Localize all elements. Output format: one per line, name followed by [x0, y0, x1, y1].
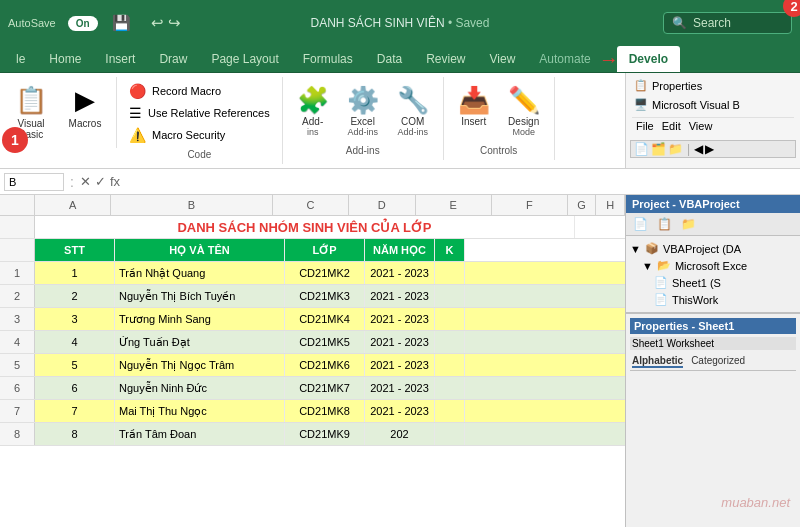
cell-4-year[interactable]: 2021 - 2023 — [365, 331, 435, 353]
col-header-e[interactable]: E — [416, 195, 492, 215]
controls-content: 📥 Insert ✏️ Design Mode — [452, 81, 546, 141]
cancel-formula-icon[interactable]: ✕ — [80, 174, 91, 189]
rp-icon-3[interactable]: 📁 — [668, 142, 683, 156]
cell-6-class[interactable]: CD21MK7 — [285, 377, 365, 399]
vba-toolbar-btn-1[interactable]: 📄 — [630, 216, 651, 232]
cell-7-stt[interactable]: 7 — [35, 400, 115, 422]
cell-2-class[interactable]: CD21MK3 — [285, 285, 365, 307]
rp-icon-4[interactable]: ◀ — [694, 142, 703, 156]
cell-4-class[interactable]: CD21MK5 — [285, 331, 365, 353]
cell-8-name[interactable]: Trần Tâm Đoan — [115, 423, 285, 445]
redo-icon[interactable]: ↪ — [168, 14, 181, 32]
tab-formulas[interactable]: Formulas — [291, 46, 365, 72]
cell-1-name[interactable]: Trần Nhật Quang — [115, 262, 285, 284]
vba-view-label[interactable]: View — [689, 120, 713, 132]
save-icon[interactable]: 💾 — [112, 14, 131, 32]
search-box[interactable]: 🔍 2 — [663, 12, 792, 34]
badge-1: 1 — [2, 127, 28, 153]
cell-2-name[interactable]: Nguyễn Thị Bích Tuyền — [115, 285, 285, 307]
cell-6-k[interactable] — [435, 377, 465, 399]
vba-toolbar-btn-3[interactable]: 📁 — [678, 216, 699, 232]
cell-5-class[interactable]: CD21MK6 — [285, 354, 365, 376]
cell-4-k[interactable] — [435, 331, 465, 353]
record-macro-button[interactable]: 🔴 Record Macro — [125, 81, 274, 101]
tab-draw[interactable]: Draw — [147, 46, 199, 72]
cell-2-stt[interactable]: 2 — [35, 285, 115, 307]
excel-addins-button[interactable]: ⚙️ Excel Add-ins — [341, 81, 385, 141]
cell-7-class[interactable]: CD21MK8 — [285, 400, 365, 422]
cell-8-year[interactable]: 202 — [365, 423, 435, 445]
cell-7-k[interactable] — [435, 400, 465, 422]
tab-home[interactable]: Home — [37, 46, 93, 72]
macro-security-button[interactable]: ⚠️ Macro Security — [125, 125, 274, 145]
tab-view[interactable]: View — [478, 46, 528, 72]
cell-3-k[interactable] — [435, 308, 465, 330]
cell-5-k[interactable] — [435, 354, 465, 376]
vba-project-root[interactable]: ▼ 📦 VBAProject (DA — [630, 240, 796, 257]
vba-edit-label[interactable]: Edit — [662, 120, 681, 132]
cell-6-stt[interactable]: 6 — [35, 377, 115, 399]
col-header-b[interactable]: B — [111, 195, 273, 215]
rp-icon-2[interactable]: 🗂️ — [651, 142, 666, 156]
tab-page-layout[interactable]: Page Layout — [199, 46, 290, 72]
cell-6-year[interactable]: 2021 - 2023 — [365, 377, 435, 399]
add-ins-button[interactable]: 🧩 Add- ins — [291, 81, 335, 141]
cell-1-year[interactable]: 2021 - 2023 — [365, 262, 435, 284]
ms-visual-basic-button[interactable]: 🖥️ Microsoft Visual B — [632, 96, 794, 113]
com-addins-button[interactable]: 🔧 COM Add-ins — [391, 81, 435, 141]
cell-3-year[interactable]: 2021 - 2023 — [365, 308, 435, 330]
cell-3-stt[interactable]: 3 — [35, 308, 115, 330]
cell-4-name[interactable]: Ứng Tuấn Đạt — [115, 331, 285, 353]
tab-categorized[interactable]: Categorized — [691, 355, 745, 368]
vba-toolbar-btn-2[interactable]: 📋 — [654, 216, 675, 232]
cell-3-class[interactable]: CD21MK4 — [285, 308, 365, 330]
col-header-g[interactable]: G — [568, 195, 597, 215]
insert-function-icon[interactable]: fx — [110, 174, 120, 189]
rp-icon-1[interactable]: 📄 — [634, 142, 649, 156]
macros-button[interactable]: ▶ Macros — [60, 81, 110, 133]
cell-2-year[interactable]: 2021 - 2023 — [365, 285, 435, 307]
cell-1-class[interactable]: CD21MK2 — [285, 262, 365, 284]
tab-file[interactable]: le — [4, 46, 37, 72]
design-mode-button[interactable]: ✏️ Design Mode — [502, 81, 546, 141]
tab-review[interactable]: Review — [414, 46, 477, 72]
undo-icon[interactable]: ↩ — [151, 14, 164, 32]
vba-microsoft-excel-item[interactable]: ▼ 📂 Microsoft Exce — [642, 257, 796, 274]
cell-3-name[interactable]: Trương Minh Sang — [115, 308, 285, 330]
tab-automate[interactable]: Automate — [527, 46, 602, 72]
cell-8-class[interactable]: CD21MK9 — [285, 423, 365, 445]
tab-insert[interactable]: Insert — [93, 46, 147, 72]
formula-input[interactable] — [124, 175, 796, 189]
col-header-h[interactable]: H — [596, 195, 625, 215]
col-header-d[interactable]: D — [349, 195, 416, 215]
col-header-f[interactable]: F — [492, 195, 568, 215]
confirm-formula-icon[interactable]: ✓ — [95, 174, 106, 189]
insert-control-button[interactable]: 📥 Insert — [452, 81, 496, 131]
col-header-a[interactable]: A — [35, 195, 111, 215]
rp-icon-5[interactable]: ▶ — [705, 142, 714, 156]
cell-1-k[interactable] — [435, 262, 465, 284]
cell-8-stt[interactable]: 8 — [35, 423, 115, 445]
cell-5-name[interactable]: Nguyễn Thị Ngọc Trâm — [115, 354, 285, 376]
use-relative-button[interactable]: ☰ Use Relative References — [125, 103, 274, 123]
tab-data[interactable]: Data — [365, 46, 414, 72]
properties-button[interactable]: 📋 Properties — [632, 77, 794, 94]
cell-1-stt[interactable]: 1 — [35, 262, 115, 284]
tab-developer[interactable]: Develo — [617, 46, 680, 72]
search-input[interactable] — [693, 16, 783, 30]
cell-7-name[interactable]: Mai Thị Thu Ngọc — [115, 400, 285, 422]
cell-reference-input[interactable] — [4, 173, 64, 191]
cell-8-k[interactable] — [435, 423, 465, 445]
cell-7-year[interactable]: 2021 - 2023 — [365, 400, 435, 422]
cell-2-k[interactable] — [435, 285, 465, 307]
cell-4-stt[interactable]: 4 — [35, 331, 115, 353]
col-header-c[interactable]: C — [273, 195, 349, 215]
cell-5-year[interactable]: 2021 - 2023 — [365, 354, 435, 376]
vba-thisworkbook-item[interactable]: 📄 ThisWork — [654, 291, 796, 308]
tab-alphabetic[interactable]: Alphabetic — [632, 355, 683, 368]
vba-sheet1-item[interactable]: 📄 Sheet1 (S — [654, 274, 796, 291]
cell-6-name[interactable]: Nguyễn Ninh Đức — [115, 377, 285, 399]
vba-file-label[interactable]: File — [636, 120, 654, 132]
autosave-toggle[interactable]: On — [68, 16, 98, 31]
cell-5-stt[interactable]: 5 — [35, 354, 115, 376]
